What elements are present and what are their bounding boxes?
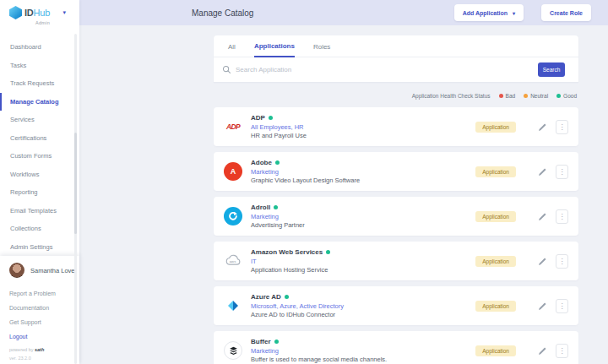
application-row-adp[interactable]: ADP ADP All Employees, HR HR and Payroll… (214, 107, 578, 146)
application-tags-link[interactable]: Marketing (251, 213, 305, 220)
search-input[interactable] (236, 66, 538, 73)
tab-bar: All Applications Roles (214, 35, 578, 57)
sidebar-scrollbar[interactable] (74, 34, 77, 364)
edit-pencil-icon[interactable] (538, 122, 547, 132)
tab-all[interactable]: All (228, 43, 236, 57)
sidebar-item-manage-catalog[interactable]: Manage Catalog (0, 93, 79, 111)
chevron-down-icon[interactable]: ▾ (62, 9, 66, 16)
status-dot-good (274, 205, 278, 209)
application-type-badge: Application (475, 211, 516, 222)
sidebar-footer-links: Report a Problem Documentation Get Suppo… (0, 286, 79, 344)
create-role-button[interactable]: Create Role (541, 4, 591, 21)
application-name: Adobe (251, 159, 272, 166)
status-dot-good (269, 116, 273, 120)
edit-pencil-icon[interactable] (538, 212, 547, 221)
search-button[interactable]: Search (538, 62, 565, 77)
sidebar-item-custom-forms[interactable]: Custom Forms (0, 147, 79, 166)
version-label: ver. 23.2.0 (0, 356, 79, 361)
more-options-button[interactable]: ⋮ (556, 165, 568, 179)
application-info: Adobe Marketing Graphic Video Layout Des… (251, 159, 360, 184)
application-name: Adroll (251, 204, 270, 211)
application-name: Buffer (251, 338, 271, 345)
sidebar-item-admin-settings[interactable]: Admin Settings (0, 238, 79, 257)
status-dot-good (326, 250, 330, 254)
more-options-button[interactable]: ⋮ (556, 120, 568, 134)
application-list: ADP ADP All Employees, HR HR and Payroll… (214, 107, 578, 364)
application-row-aws[interactable]: aws Amazon Web Services IT Application H… (214, 242, 578, 280)
edit-pencil-icon[interactable] (538, 257, 547, 266)
status-dot-good (274, 340, 279, 344)
logout-link[interactable]: Logout (0, 329, 79, 344)
legend-item-bad: Bad (499, 93, 516, 99)
sidebar-item-track-requests[interactable]: Track Requests (0, 74, 79, 93)
sidebar-item-certifications[interactable]: Certifications (0, 129, 79, 148)
application-tags-link[interactable]: Microsoft, Azure, Active Directory (251, 302, 344, 310)
more-options-button[interactable]: ⋮ (556, 344, 568, 358)
sidebar-nav: Dashboard Tasks Track Requests Manage Ca… (0, 38, 79, 256)
tab-applications[interactable]: Applications (254, 42, 295, 57)
edit-pencil-icon[interactable] (538, 167, 547, 177)
application-type-badge: Application (475, 345, 516, 356)
application-info: Adroll Marketing Advertising Partner (251, 204, 305, 229)
powered-by-label: powered by sath (0, 347, 79, 352)
application-tags-link[interactable]: All Employees, HR (251, 123, 307, 131)
brand-name: IDHub (24, 8, 50, 18)
status-dot-good (285, 295, 289, 299)
adp-logo-icon: ADP (224, 117, 242, 136)
get-support-link[interactable]: Get Support (0, 315, 79, 329)
health-legend: Application Health Check Status Bad Neut… (214, 93, 578, 99)
more-options-button[interactable]: ⋮ (556, 254, 568, 269)
edit-pencil-icon[interactable] (538, 302, 547, 311)
catalog-content: All Applications Roles Search Applicatio… (214, 35, 578, 364)
sidebar-item-services[interactable]: Services (0, 111, 79, 129)
application-type-badge: Application (475, 256, 516, 267)
application-description: Advertising Partner (251, 221, 305, 229)
application-type-badge: Application (475, 166, 516, 177)
idhub-hexagon-icon (9, 6, 22, 19)
sidebar-item-collections[interactable]: Collections (0, 220, 79, 238)
sidebar-item-email-templates[interactable]: Email Templates (0, 202, 79, 220)
application-tags-link[interactable]: IT (251, 258, 330, 265)
page-header: Manage Catalog Add Application▾ Create R… (79, 0, 608, 25)
sidebar-item-dashboard[interactable]: Dashboard (0, 38, 79, 57)
application-info: Azure AD Microsoft, Azure, Active Direct… (251, 293, 344, 318)
main-content: All Applications Roles Search Applicatio… (79, 25, 608, 364)
sidebar-item-workflows[interactable]: Workflows (0, 166, 79, 184)
application-row-adroll[interactable]: Adroll Marketing Advertising Partner App… (214, 197, 578, 236)
brand-logo[interactable]: IDHub ▾ (9, 6, 79, 19)
sidebar-item-tasks[interactable]: Tasks (0, 57, 79, 75)
application-name: Azure AD (251, 293, 281, 301)
application-description: Azure AD to IDHub Connector (251, 311, 344, 318)
application-name: ADP (251, 114, 265, 122)
application-row-azure-ad[interactable]: Azure AD Microsoft, Azure, Active Direct… (214, 286, 578, 325)
application-info: Amazon Web Services IT Application Hosti… (251, 248, 330, 274)
svg-text:aws: aws (230, 259, 236, 263)
more-options-button[interactable]: ⋮ (556, 209, 568, 224)
report-a-problem-link[interactable]: Report a Problem (0, 286, 79, 301)
scrollbar-thumb[interactable] (74, 133, 77, 234)
application-tags-link[interactable]: Marketing (251, 347, 387, 355)
more-options-button[interactable]: ⋮ (556, 299, 568, 313)
add-application-button[interactable]: Add Application▾ (454, 4, 524, 21)
brand-block: IDHub ▾ Admin (0, 0, 79, 30)
documentation-link[interactable]: Documentation (0, 301, 79, 315)
tab-roles[interactable]: Roles (313, 43, 330, 57)
sidebar-item-reporting[interactable]: Reporting (0, 183, 79, 202)
adobe-logo-icon: A (224, 162, 242, 181)
application-tags-link[interactable]: Marketing (251, 168, 360, 176)
bad-status-dot (499, 94, 503, 98)
sidebar: IDHub ▾ Admin Dashboard Tasks Track Requ… (0, 0, 79, 364)
application-description: Buffer is used to manage social media ch… (251, 356, 387, 363)
user-profile[interactable]: Samantha Love (0, 263, 79, 278)
avatar (9, 263, 24, 278)
search-bar: Search (214, 57, 578, 82)
page-title: Manage Catalog (192, 8, 253, 18)
application-row-buffer[interactable]: Buffer Marketing Buffer is used to manag… (214, 331, 578, 364)
legend-title: Application Health Check Status (412, 93, 491, 99)
good-status-dot (556, 94, 561, 98)
application-row-adobe[interactable]: A Adobe Marketing Graphic Video Layout D… (214, 152, 578, 191)
edit-pencil-icon[interactable] (538, 346, 547, 356)
add-application-label: Add Application (463, 10, 508, 16)
legend-item-neutral: Neutral (524, 93, 548, 99)
aws-logo-icon: aws (224, 252, 242, 270)
